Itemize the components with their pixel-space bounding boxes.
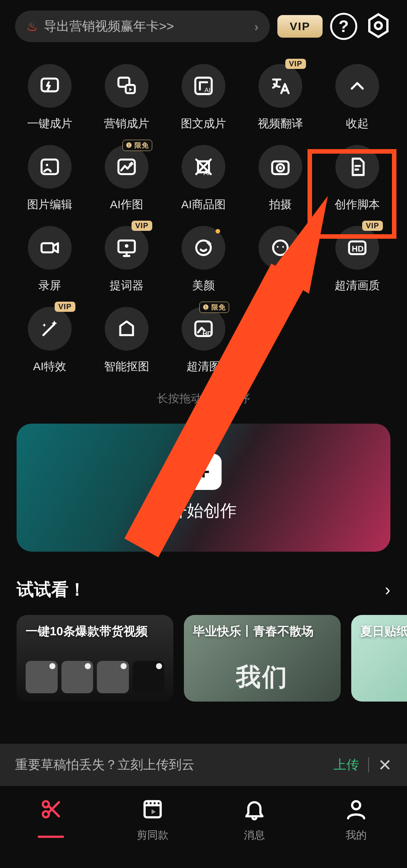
drafts-banner: 重要草稿怕丢失？立刻上传到云 上传 ✕ (0, 744, 407, 786)
card-hanzi: 我们 (236, 660, 289, 694)
nav-me[interactable]: 我的 (305, 797, 407, 850)
svg-point-21 (282, 246, 284, 248)
tool-video-translate[interactable]: VIP 视频翻译 (242, 64, 319, 131)
tool-ai-fx[interactable]: VIP AI特效 (11, 307, 88, 374)
nav-label: 消息 (244, 828, 265, 842)
card-summer[interactable]: 夏日贴纸悠 (351, 615, 407, 702)
tool-label: 超清图 (187, 359, 220, 374)
tool-label: 智能抠图 (104, 359, 149, 374)
nav-label: 剪同款 (137, 828, 168, 842)
tool-label: 创作脚本 (335, 197, 380, 212)
tool-label: 图文成片 (181, 116, 226, 131)
close-icon[interactable]: ✕ (378, 755, 392, 775)
tool-ai-product-image[interactable]: AI AI商品图 (165, 145, 242, 212)
hd-icon: HD VIP (335, 226, 379, 270)
nav-templates[interactable]: 剪同款 (102, 797, 204, 850)
crop-ai-icon: AI (182, 145, 225, 189)
tool-label: 录屏 (38, 278, 61, 293)
face-dots-icon (259, 226, 302, 270)
tool-beauty[interactable]: 美颜 (165, 226, 242, 293)
svg-point-19 (273, 241, 288, 255)
tool-screen-record[interactable]: 录屏 (11, 226, 88, 293)
text-ai-icon: AI (182, 64, 225, 108)
bell-icon (242, 797, 266, 823)
chevron-right-icon: › (254, 19, 259, 34)
svg-point-20 (277, 246, 278, 248)
upload-link[interactable]: 上传 (334, 756, 359, 773)
tool-one-click-video[interactable]: 一键成片 (11, 64, 88, 131)
settings-button[interactable] (365, 12, 392, 41)
svg-text:HD: HD (352, 244, 364, 253)
notification-dot (216, 229, 220, 233)
camera-icon (259, 145, 302, 189)
image-hd-icon: HD ❶ 限免 (182, 307, 225, 351)
svg-text:HD: HD (203, 330, 212, 337)
tool-label: 营销成片 (104, 116, 149, 131)
badge-vip: VIP (55, 302, 75, 312)
start-create-label: 开始创作 (170, 500, 237, 522)
chevron-right-icon[interactable]: › (385, 580, 390, 599)
help-button[interactable]: ? (330, 13, 357, 40)
tool-teleprompter[interactable]: VIP 提词器 (88, 226, 165, 293)
tryit-title: 试试看！ (17, 578, 86, 601)
flame-icon: ♨ (26, 19, 38, 34)
badge-limitfree: ❶ 限免 (199, 302, 229, 313)
start-create-card[interactable]: + 开始创作 (17, 424, 390, 552)
tool-label: 拍摄 (269, 197, 292, 212)
tool-label: 拍 (275, 278, 286, 293)
video-cam-icon (28, 226, 72, 270)
promo-banner[interactable]: ♨ 导出营销视频赢年卡>> › (15, 11, 270, 42)
svg-point-17 (125, 244, 129, 248)
nav-label: 我的 (346, 828, 367, 842)
svg-point-1 (375, 22, 382, 29)
svg-point-8 (46, 164, 48, 166)
chevron-up-icon (335, 64, 379, 108)
scissors-icon (39, 797, 63, 823)
tool-label: 图片编辑 (27, 197, 72, 212)
thumbnail (26, 661, 58, 693)
badge-vip: VIP (362, 221, 383, 231)
cutout-icon (105, 307, 148, 351)
card-graduation[interactable]: 毕业快乐丨青春不散场我们 (184, 615, 341, 702)
badge-vip: VIP (285, 59, 306, 69)
person-icon (344, 797, 368, 823)
thumbnail (61, 661, 93, 693)
vip-badge[interactable]: VIP (277, 15, 323, 38)
nav-edit[interactable] (0, 797, 102, 838)
tool-hd-quality[interactable]: HD VIP 超清画质 (319, 226, 396, 293)
card-hot-goods[interactable]: 一键10条爆款带货视频 (17, 615, 173, 702)
tool-label: AI特效 (33, 359, 66, 374)
pip-play-icon (105, 64, 148, 108)
promo-text: 导出营销视频赢年卡>> (44, 18, 248, 35)
magic-wand-icon: VIP (28, 307, 72, 351)
tool-label: 视频翻译 (258, 116, 303, 131)
face-sparkle-icon (182, 226, 225, 270)
svg-text:AI: AI (204, 169, 210, 177)
tool-image-edit[interactable]: 图片编辑 (11, 145, 88, 212)
tool-label: 美颜 (192, 278, 215, 293)
tool-collapse[interactable]: 收起 (319, 64, 396, 131)
plus-icon: + (185, 454, 222, 490)
monitor-icon: VIP (105, 226, 148, 270)
card-title: 夏日贴纸 (360, 623, 407, 640)
tool-label: 提词器 (110, 278, 144, 293)
tool-label: 收起 (346, 116, 369, 131)
tool-capture[interactable]: 拍摄 (242, 145, 319, 212)
tool-script-writer[interactable]: 创作脚本 (319, 145, 396, 212)
tool-smart-cutout[interactable]: 智能抠图 (88, 307, 165, 374)
tool-shoot-with[interactable]: 拍 (242, 226, 319, 293)
tool-marketing-video[interactable]: 营销成片 (88, 64, 165, 131)
thumbnail (97, 661, 129, 693)
tool-hd-image[interactable]: HD ❶ 限免 超清图 (165, 307, 242, 374)
thumbnail-row (26, 661, 164, 693)
nav-underline (38, 836, 64, 838)
tool-label: AI作图 (110, 197, 143, 212)
translate-icon: VIP (259, 64, 302, 108)
file-dash-icon (335, 145, 379, 189)
nav-messages[interactable]: 消息 (204, 797, 305, 850)
tool-label: 超清画质 (335, 278, 380, 293)
svg-marker-0 (369, 14, 387, 37)
svg-rect-15 (41, 243, 53, 252)
tool-ai-image[interactable]: ❶ 限免 AI作图 (88, 145, 165, 212)
tool-image-text-video[interactable]: AI 图文成片 (165, 64, 242, 131)
